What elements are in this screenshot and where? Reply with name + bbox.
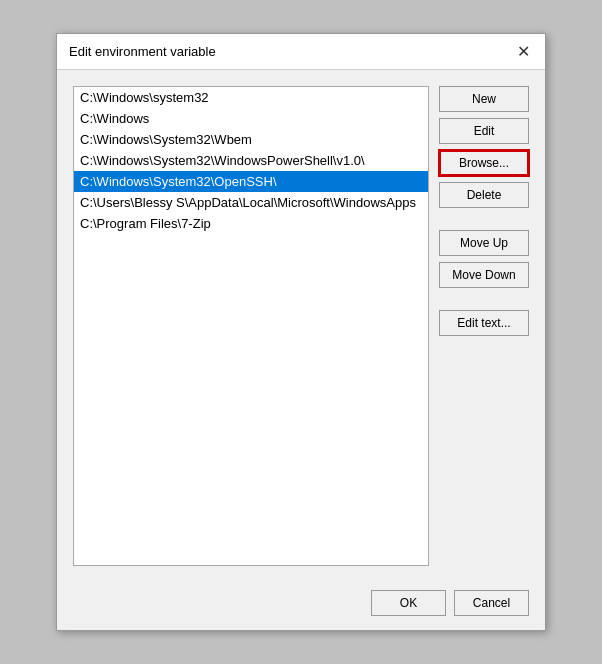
list-item[interactable]: C:\Windows\System32\WindowsPowerShell\v1… (74, 150, 428, 171)
ok-button[interactable]: OK (371, 590, 446, 616)
browse-button[interactable]: Browse... (439, 150, 529, 176)
title-bar: Edit environment variable ✕ (57, 34, 545, 70)
edit-text-button[interactable]: Edit text... (439, 310, 529, 336)
list-item[interactable]: C:\Users\Blessy S\AppData\Local\Microsof… (74, 192, 428, 213)
list-item[interactable]: C:\Program Files\7-Zip (74, 213, 428, 234)
list-item[interactable]: C:\Windows\System32\OpenSSH\ (74, 171, 428, 192)
new-button[interactable]: New (439, 86, 529, 112)
delete-button[interactable]: Delete (439, 182, 529, 208)
dialog-footer: OK Cancel (57, 582, 545, 630)
dialog-title: Edit environment variable (69, 44, 216, 59)
spacer2 (439, 294, 529, 304)
edit-env-variable-dialog: Edit environment variable ✕ C:\Windows\s… (56, 33, 546, 631)
spacer1 (439, 214, 529, 224)
list-item[interactable]: C:\Windows\System32\Wbem (74, 129, 428, 150)
list-item[interactable]: C:\Windows (74, 108, 428, 129)
move-down-button[interactable]: Move Down (439, 262, 529, 288)
dialog-body: C:\Windows\system32C:\WindowsC:\Windows\… (57, 70, 545, 582)
list-item[interactable]: C:\Windows\system32 (74, 87, 428, 108)
close-button[interactable]: ✕ (513, 42, 533, 62)
env-variable-list[interactable]: C:\Windows\system32C:\WindowsC:\Windows\… (73, 86, 429, 566)
buttons-panel: New Edit Browse... Delete Move Up Move D… (439, 86, 529, 566)
move-up-button[interactable]: Move Up (439, 230, 529, 256)
cancel-button[interactable]: Cancel (454, 590, 529, 616)
edit-button[interactable]: Edit (439, 118, 529, 144)
